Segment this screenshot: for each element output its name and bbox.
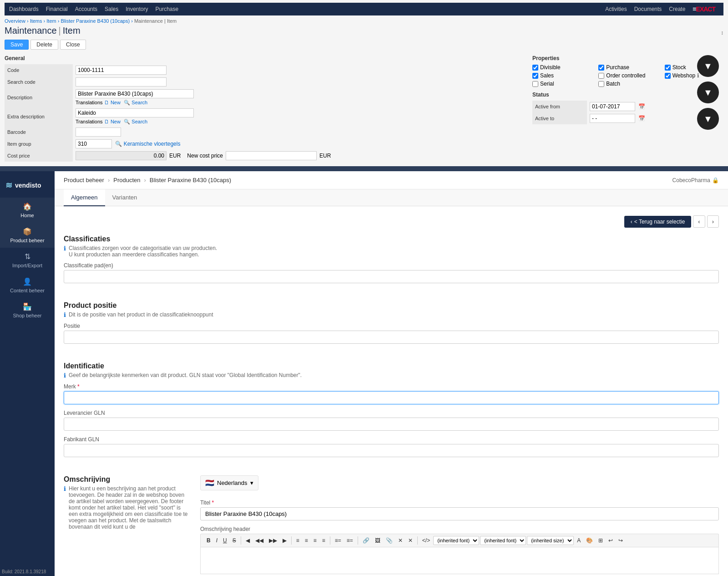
prop-sales-checkbox[interactable] [532,73,538,79]
editor-underline[interactable]: U [221,536,229,545]
extra-translations-new-link[interactable]: 🗋 New [104,119,121,124]
active-to-label: Active to [532,112,587,124]
nav-documents[interactable]: Documents [634,6,662,12]
item-group-input[interactable] [76,139,112,148]
prop-batch-checkbox[interactable] [598,81,604,87]
nav-sales[interactable]: Sales [105,6,118,12]
omschrijving-header-editor[interactable] [200,547,719,574]
prev-button[interactable]: ‹ [693,215,705,228]
editor-undo[interactable]: ↩ [606,536,615,545]
delete-button[interactable]: Delete [30,40,58,50]
scroll-down-1[interactable]: ▼ [697,55,719,77]
properties-title: Properties [532,55,723,61]
editor-bold[interactable]: B [204,536,213,545]
nav-financial[interactable]: Financial [46,6,68,12]
nav-inventory[interactable]: Inventory [126,6,148,12]
editor-align-j[interactable]: ≡ [320,536,328,545]
new-cost-input[interactable] [226,151,317,160]
prop-order-controlled-checkbox[interactable] [598,73,604,79]
merk-input[interactable] [64,391,719,404]
back-button[interactable]: ‹ < Terug naar selectie [624,216,692,228]
editor-clear2[interactable]: ✕ [406,536,415,545]
sidebar: ≋ vendisto 🏠 Home 📦 Product beheer ⇅ Imp… [0,171,55,576]
classificatie-pad-input[interactable] [64,270,719,283]
tab-algemeen[interactable]: Algemeen [64,189,105,206]
code-row: Code [5,64,523,76]
editor-italic[interactable]: I [214,536,220,545]
omschrijving-desc: ℹ Hier kunt u een beschrijving aan het p… [64,485,191,530]
size-select[interactable]: (inherited size) [527,536,574,545]
editor-strikethrough[interactable]: S [230,536,238,545]
scroll-down-2[interactable]: ▼ [697,82,719,103]
nav-purchase[interactable]: Purchase [156,6,179,12]
prop-webshop-checkbox[interactable] [665,73,671,79]
next-button[interactable]: › [707,215,719,228]
titel-input[interactable] [200,507,719,520]
nav-activities[interactable]: Activities [605,6,627,12]
editor-attach[interactable]: 📎 [384,536,395,545]
translations-new-link[interactable]: 🗋 New [104,100,121,105]
nav-create[interactable]: Create [669,6,685,12]
v-breadcrumb-product-beheer[interactable]: Product beheer [64,177,104,184]
editor-clear1[interactable]: ✕ [396,536,405,545]
prop-purchase-checkbox[interactable] [598,65,604,71]
editor-list-ul[interactable]: ≡ [294,536,302,545]
active-from-calendar-icon[interactable]: 📅 [638,103,645,110]
v-breadcrumb-producten[interactable]: Producten [113,177,140,184]
language-selector[interactable]: 🇳🇱 Nederlands ▾ [200,475,258,490]
editor-align-left[interactable]: ◀ [243,536,252,545]
breadcrumb-items[interactable]: Items [30,18,42,24]
editor-align-left2[interactable]: ◀◀ [253,536,266,545]
item-group-link[interactable]: 🔍 Keramische vloertegels [115,141,180,147]
editor-list-ol[interactable]: ≡ [303,536,310,545]
extra-description-input[interactable] [76,108,194,117]
breadcrumb-item[interactable]: Item [46,18,56,24]
breadcrumb-overview[interactable]: Overview [5,18,25,24]
font-select[interactable]: (inherited font) [480,536,526,545]
prop-stock-checkbox[interactable] [665,65,671,71]
nav-accounts[interactable]: Accounts [75,6,97,12]
fabrikant-gln-input[interactable] [64,444,719,457]
breadcrumb-product[interactable]: Blister Paraxine B430 (10caps) [61,18,130,24]
scroll-down-3[interactable]: ▼ [697,108,719,130]
sidebar-item-product-beheer[interactable]: 📦 Product beheer [0,223,55,248]
editor-table[interactable]: ⊞ [596,536,605,545]
active-from-input[interactable] [590,102,635,111]
editor-indent[interactable]: ≡= [333,536,344,545]
active-to-calendar-icon[interactable]: 📅 [638,115,645,122]
editor-link[interactable]: 🔗 [360,536,372,545]
save-button[interactable]: Save [5,40,29,50]
leverancier-gln-input[interactable] [64,418,719,431]
sidebar-item-shop-beheer[interactable]: 🏪 Shop beheer [0,298,55,323]
description-input[interactable] [76,89,194,98]
classificaties-section: Classificaties ℹ Classificaties zorgen v… [64,235,719,289]
cost-currency: EUR [169,153,181,159]
editor-align-c[interactable]: ≡ [311,536,319,545]
sidebar-item-home[interactable]: 🏠 Home [0,198,55,223]
editor-outdent[interactable]: ≡= [344,536,355,545]
code-input[interactable] [76,66,167,75]
editor-align-right[interactable]: ▶ [280,536,289,545]
editor-font-color[interactable]: A [575,536,583,545]
positie-input[interactable] [64,331,719,344]
editor-highlight[interactable]: 🎨 [584,536,595,545]
format-select[interactable]: (inherited font) [433,536,479,545]
close-button[interactable]: Close [60,40,86,50]
nav-dashboards[interactable]: Dashboards [9,6,39,12]
prop-divisible-checkbox[interactable] [532,65,538,71]
translations-search-link[interactable]: 🔍 Search [124,100,147,105]
sidebar-item-import-export[interactable]: ⇅ Import/Export [0,248,55,273]
sidebar-item-content-beheer[interactable]: 👤 Content beheer [0,273,55,298]
extra-translations-search-link[interactable]: 🔍 Search [124,119,147,124]
editor-source[interactable]: </> [420,536,432,545]
cost-price-input[interactable] [76,151,167,160]
editor-image[interactable]: 🖼 [373,536,383,545]
editor-redo[interactable]: ↪ [616,536,625,545]
barcode-input[interactable] [76,127,121,137]
active-to-input[interactable] [590,114,635,123]
editor-align-right2[interactable]: ▶▶ [267,536,279,545]
prop-divisible: Divisible [532,64,591,71]
prop-serial-checkbox[interactable] [532,81,538,87]
search-code-input[interactable] [76,77,167,87]
tab-varianten[interactable]: Varianten [105,189,145,206]
